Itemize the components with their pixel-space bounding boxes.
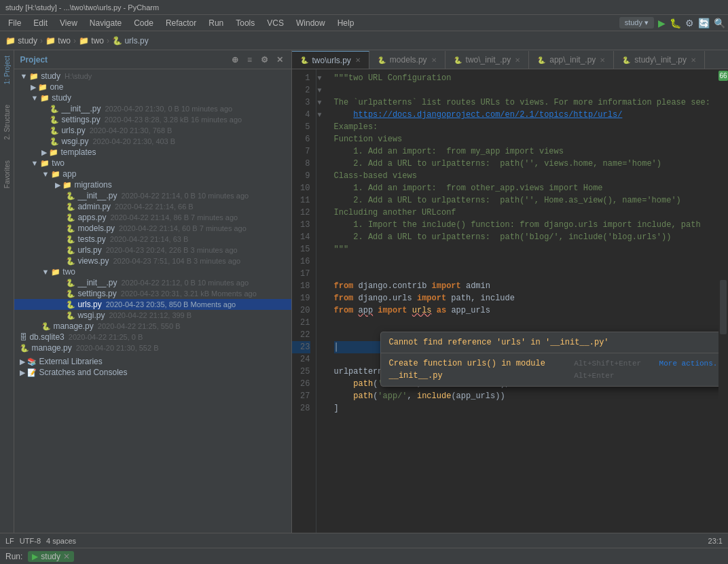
tree-settings-two[interactable]: 🐍 settings.py 2020-04-23 20:31, 3.21 kB …	[14, 288, 291, 299]
tree-admin-app[interactable]: 🐍 admin.py 2020-04-22 21:14, 66 B	[14, 201, 291, 212]
run-bar: Run: ▶ study ✕	[0, 548, 728, 564]
tree-models-app[interactable]: 🐍 models.py 2020-04-22 21:14, 60 B 7 min…	[14, 223, 291, 234]
favorites-tab[interactable]: Favorites	[1, 158, 13, 191]
folder-expand-icon: ▼	[20, 72, 27, 80]
db-file-icon: 🗄	[20, 333, 27, 341]
debug-button[interactable]: 🐛	[670, 18, 681, 29]
popup-action-row[interactable]: Create function urls() in module __init_…	[381, 353, 719, 386]
tree-init-app[interactable]: 🐍 __init__.py 2020-04-22 21:14, 0 B 10 m…	[14, 190, 291, 201]
tree-tests-app[interactable]: 🐍 tests.py 2020-04-22 21:14, 63 B	[14, 234, 291, 245]
menu-run[interactable]: Run	[203, 17, 229, 29]
tree-init-study[interactable]: 🐍 __init__.py 2020-04-20 21:30, 0 B 10 m…	[14, 103, 291, 114]
tree-db-sqlite[interactable]: 🗄 db.sqlite3 2020-04-22 21:25, 0 B	[14, 332, 291, 342]
tree-app[interactable]: ▼ 📁 app	[14, 169, 291, 179]
run-config-selector[interactable]: study ▾	[619, 17, 654, 29]
code-line-21	[334, 317, 711, 329]
run-button[interactable]: ▶	[658, 18, 666, 29]
run-config-badge[interactable]: ▶ study ✕	[28, 551, 74, 562]
folder-icon: 📁	[40, 159, 50, 168]
code-editor[interactable]: """two URL Configuration The `urlpattern…	[326, 69, 719, 533]
menu-vcs[interactable]: VCS	[261, 17, 289, 29]
tab-close-icon[interactable]: ✕	[431, 56, 437, 64]
tree-manage-two[interactable]: 🐍 manage.py 2020-04-22 21:25, 550 B	[14, 321, 291, 332]
status-lf[interactable]: LF	[5, 537, 14, 545]
menu-code[interactable]: Code	[128, 17, 159, 29]
tab-two-init[interactable]: 🐍 two\_init_.py ✕	[445, 51, 530, 69]
tree-wsgi-two[interactable]: 🐍 wsgi.py 2020-04-22 21:12, 399 B	[14, 310, 291, 321]
code-line-17	[334, 268, 711, 280]
tree-two-main[interactable]: ▼ 📁 two	[14, 158, 291, 169]
menu-view[interactable]: View	[54, 17, 83, 29]
scrollbar-thumb[interactable]	[720, 280, 727, 334]
tree-migrations[interactable]: ▶ 📁 migrations	[14, 179, 291, 190]
breadcrumb-study[interactable]: 📁 study	[5, 36, 37, 46]
tree-scratches[interactable]: ▶ 📝 Scratches and Consoles	[14, 367, 291, 378]
python-icon: 🐍	[454, 56, 462, 64]
tree-study-folder[interactable]: ▼ 📁 study	[14, 92, 291, 103]
search-everywhere-icon[interactable]: 🔍	[714, 18, 725, 29]
tab-label: two\_init_.py	[466, 55, 511, 65]
tree-urls-app[interactable]: 🐍 urls.py 2020-04-23 20:24, 226 B 3 minu…	[14, 245, 291, 255]
python-file-icon: 🐍	[66, 213, 75, 222]
settings-icon[interactable]: ⚙	[259, 54, 271, 66]
breadcrumb-two1[interactable]: 📁 two	[46, 36, 71, 46]
settings-icon[interactable]: ⚙	[685, 18, 694, 29]
tree-apps-app[interactable]: 🐍 apps.py 2020-04-22 21:14, 86 B 7 minut…	[14, 212, 291, 223]
python-icon: 🐍	[537, 56, 545, 64]
tab-two-urls[interactable]: 🐍 two\urls.py ✕	[292, 51, 369, 69]
code-line-15: """	[334, 243, 711, 255]
code-line-8: 2. Add a URL to urlpatterns: path('', vi…	[334, 158, 711, 170]
breadcrumb-file[interactable]: 🐍 urls.py	[112, 36, 149, 46]
tab-close-icon[interactable]: ✕	[355, 56, 361, 64]
tree-two-sub[interactable]: ▼ 📁 two	[14, 266, 291, 277]
close-panel-icon[interactable]: ✕	[274, 54, 286, 66]
menu-help[interactable]: Help	[332, 17, 360, 29]
run-close-icon[interactable]: ✕	[63, 552, 70, 561]
locate-icon[interactable]: ⊕	[229, 54, 241, 66]
project-panel: Project ⊕ ≡ ⚙ ✕ ▼ 📁 study H:\study ▶ 📁	[14, 50, 291, 533]
tab-close-icon[interactable]: ✕	[600, 56, 605, 64]
menu-tools[interactable]: Tools	[230, 17, 260, 29]
tree-manage-root[interactable]: 🐍 manage.py 2020-04-20 21:30, 552 B	[14, 342, 291, 353]
line-numbers: 1 2 3 4 5 6 7 8 9 10 11 12 13 14 15 16 1…	[292, 69, 316, 533]
project-tab[interactable]: 1: Project	[1, 53, 13, 87]
menu-file[interactable]: File	[3, 17, 26, 29]
tree-init-two[interactable]: 🐍 __init__.py 2020-04-22 21:12, 0 B 10 m…	[14, 277, 291, 288]
tree-settings-study[interactable]: 🐍 settings.py 2020-04-23 8:28, 3.28 kB 1…	[14, 114, 291, 125]
menu-refactor[interactable]: Refactor	[160, 17, 202, 29]
tree-urls-two-selected[interactable]: 🐍 urls.py 2020-04-23 20:35, 850 B Moment…	[14, 299, 291, 310]
menu-navigate[interactable]: Navigate	[84, 17, 127, 29]
folder-icon: 📁	[38, 83, 48, 92]
scroll-gutter: 66	[718, 69, 728, 533]
tab-models[interactable]: 🐍 models.py ✕	[369, 51, 445, 69]
tab-close-icon[interactable]: ✕	[691, 56, 696, 64]
menu-window[interactable]: Window	[291, 17, 331, 29]
status-indent[interactable]: 4 spaces	[46, 537, 76, 545]
tree-external-libraries[interactable]: ▶ 📚 External Libraries	[14, 356, 291, 367]
editor-content[interactable]: 1 2 3 4 5 6 7 8 9 10 11 12 13 14 15 16 1…	[292, 69, 729, 533]
python-file-icon: 🐍	[66, 224, 75, 233]
expand-icon[interactable]: ≡	[244, 54, 256, 66]
structure-tab[interactable]: 2. Structure	[1, 102, 13, 143]
python-file-icon: 🐍	[50, 116, 59, 124]
tab-close-icon[interactable]: ✕	[515, 56, 520, 64]
tree-wsgi-study[interactable]: 🐍 wsgi.py 2020-04-20 21:30, 403 B	[14, 136, 291, 147]
tree-study-root[interactable]: ▼ 📁 study H:\study	[14, 71, 291, 82]
tab-bar: 🐍 two\urls.py ✕ 🐍 models.py ✕ 🐍 two\_ini…	[292, 50, 729, 69]
folder-expand-icon: ▼	[41, 170, 49, 178]
tab-study-init[interactable]: 🐍 study\_init_.py ✕	[614, 51, 705, 69]
status-utf[interactable]: UTF-8	[20, 537, 41, 545]
autocomplete-popup: Cannot find reference 'urls' in '__init_…	[380, 332, 719, 387]
tab-app-init[interactable]: 🐍 app\_init_.py ✕	[529, 51, 614, 69]
python-file-icon: 🐍	[66, 192, 75, 200]
tree-one[interactable]: ▶ 📁 one	[14, 82, 291, 92]
error-badge[interactable]: 66	[718, 71, 728, 81]
menu-edit[interactable]: Edit	[28, 17, 53, 29]
library-icon: 📚	[27, 357, 37, 366]
code-line-20: from app import urls as app_urls	[334, 304, 711, 317]
tree-views-app[interactable]: 🐍 views.py 2020-04-23 7:51, 104 B 3 minu…	[14, 255, 291, 266]
update-icon[interactable]: 🔄	[698, 18, 710, 29]
breadcrumb-two2[interactable]: 📁 two	[79, 36, 104, 46]
tree-urls-study[interactable]: 🐍 urls.py 2020-04-20 21:30, 768 B	[14, 125, 291, 136]
tree-templates[interactable]: ▶ 📁 templates	[14, 147, 291, 158]
